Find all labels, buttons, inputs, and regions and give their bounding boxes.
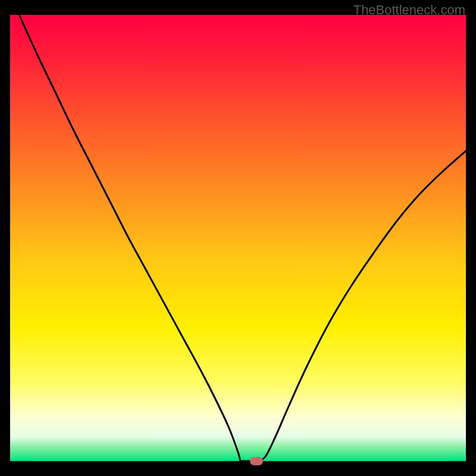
bottleneck-chart [10,15,466,461]
gradient-background [10,15,466,461]
watermark-text: TheBottleneck.com [353,2,465,18]
optimal-point-marker [250,457,263,465]
